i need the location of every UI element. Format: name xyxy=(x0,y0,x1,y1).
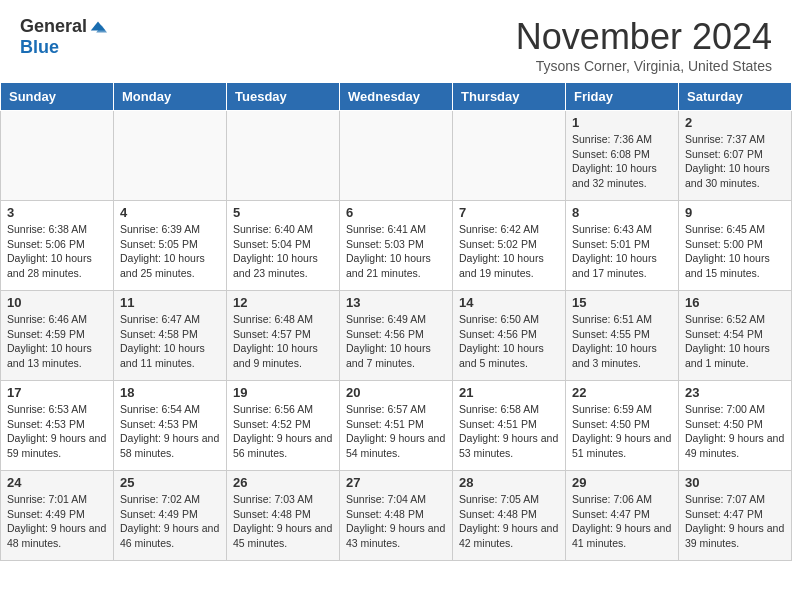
calendar-cell: 18Sunrise: 6:54 AM Sunset: 4:53 PM Dayli… xyxy=(114,381,227,471)
day-info: Sunrise: 6:38 AM Sunset: 5:06 PM Dayligh… xyxy=(7,222,107,281)
day-number: 12 xyxy=(233,295,333,310)
weekday-header-friday: Friday xyxy=(566,83,679,111)
day-info: Sunrise: 6:53 AM Sunset: 4:53 PM Dayligh… xyxy=(7,402,107,461)
calendar-cell xyxy=(114,111,227,201)
day-info: Sunrise: 6:51 AM Sunset: 4:55 PM Dayligh… xyxy=(572,312,672,371)
calendar-week-row: 10Sunrise: 6:46 AM Sunset: 4:59 PM Dayli… xyxy=(1,291,792,381)
day-info: Sunrise: 6:50 AM Sunset: 4:56 PM Dayligh… xyxy=(459,312,559,371)
month-title: November 2024 xyxy=(516,16,772,58)
calendar-cell: 21Sunrise: 6:58 AM Sunset: 4:51 PM Dayli… xyxy=(453,381,566,471)
day-info: Sunrise: 7:02 AM Sunset: 4:49 PM Dayligh… xyxy=(120,492,220,551)
day-number: 24 xyxy=(7,475,107,490)
day-number: 16 xyxy=(685,295,785,310)
day-number: 4 xyxy=(120,205,220,220)
weekday-header-monday: Monday xyxy=(114,83,227,111)
logo-icon xyxy=(89,18,107,36)
calendar-cell: 12Sunrise: 6:48 AM Sunset: 4:57 PM Dayli… xyxy=(227,291,340,381)
day-info: Sunrise: 6:43 AM Sunset: 5:01 PM Dayligh… xyxy=(572,222,672,281)
day-info: Sunrise: 7:03 AM Sunset: 4:48 PM Dayligh… xyxy=(233,492,333,551)
day-info: Sunrise: 6:46 AM Sunset: 4:59 PM Dayligh… xyxy=(7,312,107,371)
calendar-cell xyxy=(1,111,114,201)
day-number: 14 xyxy=(459,295,559,310)
day-info: Sunrise: 6:49 AM Sunset: 4:56 PM Dayligh… xyxy=(346,312,446,371)
day-info: Sunrise: 7:01 AM Sunset: 4:49 PM Dayligh… xyxy=(7,492,107,551)
day-number: 11 xyxy=(120,295,220,310)
calendar-cell: 14Sunrise: 6:50 AM Sunset: 4:56 PM Dayli… xyxy=(453,291,566,381)
calendar-cell: 2Sunrise: 7:37 AM Sunset: 6:07 PM Daylig… xyxy=(679,111,792,201)
day-number: 23 xyxy=(685,385,785,400)
day-number: 13 xyxy=(346,295,446,310)
day-info: Sunrise: 7:07 AM Sunset: 4:47 PM Dayligh… xyxy=(685,492,785,551)
calendar-cell: 3Sunrise: 6:38 AM Sunset: 5:06 PM Daylig… xyxy=(1,201,114,291)
weekday-header-wednesday: Wednesday xyxy=(340,83,453,111)
day-number: 5 xyxy=(233,205,333,220)
day-info: Sunrise: 7:00 AM Sunset: 4:50 PM Dayligh… xyxy=(685,402,785,461)
logo: General Blue xyxy=(20,16,107,58)
calendar-cell: 5Sunrise: 6:40 AM Sunset: 5:04 PM Daylig… xyxy=(227,201,340,291)
day-info: Sunrise: 6:52 AM Sunset: 4:54 PM Dayligh… xyxy=(685,312,785,371)
calendar-cell: 16Sunrise: 6:52 AM Sunset: 4:54 PM Dayli… xyxy=(679,291,792,381)
weekday-header-saturday: Saturday xyxy=(679,83,792,111)
day-number: 17 xyxy=(7,385,107,400)
day-number: 22 xyxy=(572,385,672,400)
calendar-cell: 27Sunrise: 7:04 AM Sunset: 4:48 PM Dayli… xyxy=(340,471,453,561)
day-number: 7 xyxy=(459,205,559,220)
calendar-cell: 15Sunrise: 6:51 AM Sunset: 4:55 PM Dayli… xyxy=(566,291,679,381)
day-number: 21 xyxy=(459,385,559,400)
day-number: 8 xyxy=(572,205,672,220)
calendar-week-row: 3Sunrise: 6:38 AM Sunset: 5:06 PM Daylig… xyxy=(1,201,792,291)
calendar-cell: 19Sunrise: 6:56 AM Sunset: 4:52 PM Dayli… xyxy=(227,381,340,471)
day-info: Sunrise: 7:37 AM Sunset: 6:07 PM Dayligh… xyxy=(685,132,785,191)
day-info: Sunrise: 6:59 AM Sunset: 4:50 PM Dayligh… xyxy=(572,402,672,461)
day-info: Sunrise: 6:42 AM Sunset: 5:02 PM Dayligh… xyxy=(459,222,559,281)
weekday-header-sunday: Sunday xyxy=(1,83,114,111)
calendar-cell xyxy=(453,111,566,201)
day-info: Sunrise: 7:36 AM Sunset: 6:08 PM Dayligh… xyxy=(572,132,672,191)
calendar-cell xyxy=(227,111,340,201)
day-info: Sunrise: 6:39 AM Sunset: 5:05 PM Dayligh… xyxy=(120,222,220,281)
calendar-cell: 8Sunrise: 6:43 AM Sunset: 5:01 PM Daylig… xyxy=(566,201,679,291)
location-subtitle: Tysons Corner, Virginia, United States xyxy=(516,58,772,74)
day-info: Sunrise: 6:48 AM Sunset: 4:57 PM Dayligh… xyxy=(233,312,333,371)
calendar-cell: 22Sunrise: 6:59 AM Sunset: 4:50 PM Dayli… xyxy=(566,381,679,471)
weekday-header-row: SundayMondayTuesdayWednesdayThursdayFrid… xyxy=(1,83,792,111)
calendar-week-row: 1Sunrise: 7:36 AM Sunset: 6:08 PM Daylig… xyxy=(1,111,792,201)
calendar-cell: 20Sunrise: 6:57 AM Sunset: 4:51 PM Dayli… xyxy=(340,381,453,471)
logo-general-text: General xyxy=(20,16,87,37)
calendar-cell: 25Sunrise: 7:02 AM Sunset: 4:49 PM Dayli… xyxy=(114,471,227,561)
day-info: Sunrise: 6:54 AM Sunset: 4:53 PM Dayligh… xyxy=(120,402,220,461)
calendar-cell: 11Sunrise: 6:47 AM Sunset: 4:58 PM Dayli… xyxy=(114,291,227,381)
day-number: 9 xyxy=(685,205,785,220)
day-info: Sunrise: 6:45 AM Sunset: 5:00 PM Dayligh… xyxy=(685,222,785,281)
calendar-cell: 9Sunrise: 6:45 AM Sunset: 5:00 PM Daylig… xyxy=(679,201,792,291)
calendar-cell: 1Sunrise: 7:36 AM Sunset: 6:08 PM Daylig… xyxy=(566,111,679,201)
day-info: Sunrise: 6:47 AM Sunset: 4:58 PM Dayligh… xyxy=(120,312,220,371)
weekday-header-tuesday: Tuesday xyxy=(227,83,340,111)
calendar-cell: 10Sunrise: 6:46 AM Sunset: 4:59 PM Dayli… xyxy=(1,291,114,381)
day-info: Sunrise: 6:58 AM Sunset: 4:51 PM Dayligh… xyxy=(459,402,559,461)
day-info: Sunrise: 6:56 AM Sunset: 4:52 PM Dayligh… xyxy=(233,402,333,461)
calendar-week-row: 17Sunrise: 6:53 AM Sunset: 4:53 PM Dayli… xyxy=(1,381,792,471)
day-number: 2 xyxy=(685,115,785,130)
day-number: 20 xyxy=(346,385,446,400)
calendar-cell: 6Sunrise: 6:41 AM Sunset: 5:03 PM Daylig… xyxy=(340,201,453,291)
day-number: 10 xyxy=(7,295,107,310)
day-number: 19 xyxy=(233,385,333,400)
day-number: 18 xyxy=(120,385,220,400)
calendar-cell: 4Sunrise: 6:39 AM Sunset: 5:05 PM Daylig… xyxy=(114,201,227,291)
calendar-cell: 13Sunrise: 6:49 AM Sunset: 4:56 PM Dayli… xyxy=(340,291,453,381)
day-number: 29 xyxy=(572,475,672,490)
calendar-cell: 28Sunrise: 7:05 AM Sunset: 4:48 PM Dayli… xyxy=(453,471,566,561)
day-info: Sunrise: 6:57 AM Sunset: 4:51 PM Dayligh… xyxy=(346,402,446,461)
day-number: 15 xyxy=(572,295,672,310)
calendar-cell: 30Sunrise: 7:07 AM Sunset: 4:47 PM Dayli… xyxy=(679,471,792,561)
day-info: Sunrise: 7:06 AM Sunset: 4:47 PM Dayligh… xyxy=(572,492,672,551)
calendar-cell: 7Sunrise: 6:42 AM Sunset: 5:02 PM Daylig… xyxy=(453,201,566,291)
calendar-week-row: 24Sunrise: 7:01 AM Sunset: 4:49 PM Dayli… xyxy=(1,471,792,561)
day-number: 26 xyxy=(233,475,333,490)
calendar-cell xyxy=(340,111,453,201)
day-number: 3 xyxy=(7,205,107,220)
day-info: Sunrise: 6:41 AM Sunset: 5:03 PM Dayligh… xyxy=(346,222,446,281)
calendar-cell: 24Sunrise: 7:01 AM Sunset: 4:49 PM Dayli… xyxy=(1,471,114,561)
calendar-cell: 26Sunrise: 7:03 AM Sunset: 4:48 PM Dayli… xyxy=(227,471,340,561)
